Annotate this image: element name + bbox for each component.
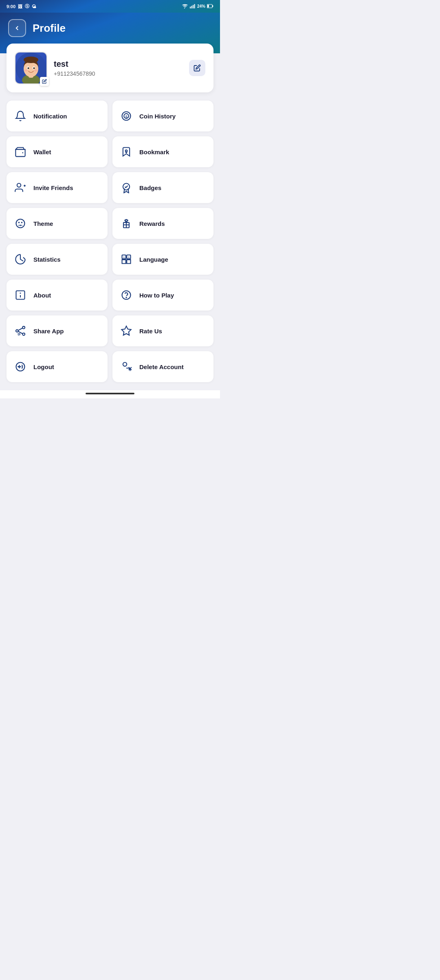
menu-label-rewards: Rewards	[139, 220, 165, 227]
svg-text:A: A	[128, 256, 130, 258]
profile-phone: +911234567890	[54, 70, 183, 77]
menu-label-coin-history: Coin History	[139, 113, 176, 120]
svg-point-26	[16, 219, 25, 228]
svg-text:A: A	[123, 256, 125, 258]
page-title: Profile	[33, 22, 66, 35]
home-indicator	[86, 393, 134, 394]
svg-line-47	[18, 328, 23, 330]
battery-text: 24%	[197, 4, 205, 9]
rate-icon	[119, 324, 134, 338]
svg-rect-3	[194, 4, 195, 9]
time: 9:00	[7, 4, 15, 9]
menu-item-bookmark[interactable]: Bookmark	[112, 136, 213, 167]
svg-text:$: $	[125, 115, 128, 119]
menu-item-notification[interactable]: Notification	[7, 101, 108, 131]
menu-label-bookmark: Bookmark	[139, 149, 169, 155]
svg-point-31	[21, 225, 22, 226]
svg-point-21	[125, 150, 128, 152]
menu-item-delete-account[interactable]: Delete Account	[112, 351, 213, 382]
avatar-container	[15, 52, 47, 84]
svg-point-15	[33, 68, 35, 69]
menu-item-about[interactable]: About	[7, 280, 108, 311]
svg-point-30	[18, 225, 19, 226]
menu-grid: Notification $ Coin History Wallet Bookm…	[0, 101, 220, 390]
menu-label-wallet: Wallet	[33, 149, 51, 155]
svg-point-17	[34, 70, 37, 72]
about-icon	[13, 288, 28, 302]
menu-item-statistics[interactable]: Statistics	[7, 244, 108, 275]
coin-icon: $	[119, 109, 134, 123]
back-button[interactable]	[8, 19, 26, 37]
svg-point-28	[21, 222, 23, 223]
skype-icon: Ⓢ	[25, 3, 29, 9]
menu-item-rate-us[interactable]: Rate Us	[112, 315, 213, 346]
svg-rect-1	[191, 6, 192, 8]
menu-label-statistics: Statistics	[33, 256, 61, 263]
weather-icon: 🌤	[32, 4, 36, 9]
menu-label-delete-account: Delete Account	[139, 363, 184, 370]
menu-item-how-to-play[interactable]: How to Play	[112, 280, 213, 311]
svg-rect-2	[193, 5, 194, 8]
menu-label-rate-us: Rate Us	[139, 328, 162, 335]
avatar-edit-badge[interactable]	[40, 77, 49, 86]
menu-item-rewards[interactable]: Rewards	[112, 208, 213, 239]
wallet-icon	[13, 144, 28, 159]
svg-point-33	[125, 220, 128, 222]
menu-label-notification: Notification	[33, 113, 67, 120]
badge-icon	[119, 180, 134, 195]
share-icon	[13, 324, 28, 338]
menu-label-logout: Logout	[33, 363, 54, 370]
menu-label-language: Language	[139, 256, 168, 263]
svg-marker-50	[121, 326, 131, 335]
battery-icon	[207, 4, 213, 9]
rewards-icon	[119, 216, 134, 231]
svg-rect-6	[207, 4, 209, 7]
svg-point-49	[18, 333, 20, 335]
menu-label-invite-friends: Invite Friends	[33, 184, 73, 191]
svg-point-29	[20, 225, 21, 226]
status-right: 24%	[182, 4, 213, 9]
invite-icon	[13, 180, 28, 195]
wifi-icon	[182, 4, 188, 9]
svg-rect-5	[212, 5, 213, 7]
status-bar: 9:00 🖼 Ⓢ 🌤 24%	[0, 0, 220, 13]
menu-label-badges: Badges	[139, 184, 161, 191]
menu-item-invite-friends[interactable]: Invite Friends	[7, 172, 108, 203]
menu-item-badges[interactable]: Badges	[112, 172, 213, 203]
svg-point-16	[24, 70, 28, 72]
logout-icon	[13, 359, 28, 374]
statistics-icon	[13, 252, 28, 267]
svg-point-45	[22, 326, 25, 329]
svg-point-14	[28, 68, 29, 69]
menu-label-theme: Theme	[33, 220, 53, 227]
menu-item-coin-history[interactable]: $ Coin History	[112, 101, 213, 131]
photo-icon: 🖼	[18, 4, 22, 9]
profile-name: test	[54, 59, 183, 69]
status-left: 9:00 🖼 Ⓢ 🌤	[7, 3, 36, 9]
svg-point-44	[16, 330, 18, 332]
signal-icon	[190, 4, 196, 9]
bell-icon	[13, 109, 28, 123]
bottom-bar	[0, 390, 220, 398]
howtoplay-icon	[119, 288, 134, 302]
menu-label-how-to-play: How to Play	[139, 292, 174, 299]
profile-info: test +911234567890	[54, 59, 183, 77]
language-icon: A A	[119, 252, 134, 267]
svg-line-48	[18, 331, 23, 334]
svg-point-11	[24, 57, 38, 63]
profile-card: test +911234567890	[7, 44, 213, 92]
svg-point-46	[22, 333, 25, 335]
svg-point-53	[123, 363, 127, 366]
svg-rect-0	[190, 7, 191, 8]
menu-item-share-app[interactable]: Share App	[7, 315, 108, 346]
menu-label-share-app: Share App	[33, 328, 64, 335]
bookmark-icon	[119, 144, 134, 159]
menu-item-theme[interactable]: Theme	[7, 208, 108, 239]
svg-point-27	[18, 222, 20, 223]
svg-point-22	[17, 184, 21, 187]
menu-item-wallet[interactable]: Wallet	[7, 136, 108, 167]
menu-item-language[interactable]: A A Language	[112, 244, 213, 275]
edit-profile-button[interactable]	[189, 60, 205, 76]
menu-label-about: About	[33, 292, 51, 299]
menu-item-logout[interactable]: Logout	[7, 351, 108, 382]
